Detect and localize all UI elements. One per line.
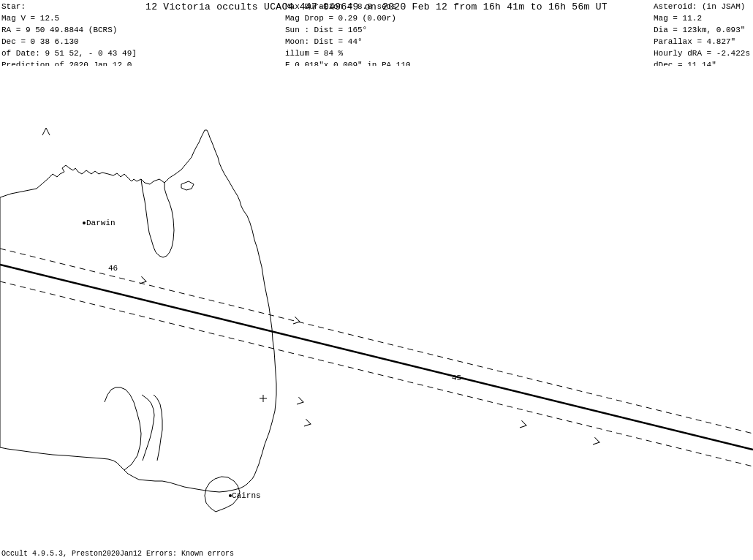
- star-label: Star:: [1, 1, 137, 13]
- right-panel: Asteroid: (in JSAM) Mag = 11.2 Dia = 123…: [654, 1, 750, 72]
- footer: Occult 4.9.5.3, Preston2020Jan12 Errors:…: [1, 550, 234, 558]
- max-duration: Max Duration = 8.8 secs: [285, 1, 411, 13]
- hourly-dra: Hourly dRA = -2.422s: [654, 48, 750, 60]
- map-container: [0, 66, 753, 548]
- mag-v: Mag V = 12.5: [1, 13, 137, 25]
- asteroid-mag: Mag = 11.2: [654, 13, 750, 25]
- info-panel: Star: Mag V = 12.5 RA = 9 50 49.8844 (BC…: [1, 1, 137, 72]
- mag-drop: Mag Drop = 0.29 (0.00r): [285, 13, 411, 25]
- of-date: of Date: 9 51 52, - 0 43 49]: [1, 48, 137, 60]
- asteroid-dia: Dia = 123km, 0.093": [654, 25, 750, 37]
- center-panel: Max Duration = 8.8 secs Mag Drop = 0.29 …: [285, 1, 411, 72]
- ra: RA = 9 50 49.8844 (BCRS): [1, 25, 137, 37]
- parallax: Parallax = 4.827": [654, 37, 750, 48]
- illum: illum = 84 %: [285, 48, 411, 60]
- asteroid-label: Asteroid: (in JSAM): [654, 1, 750, 13]
- sun-dist: Sun : Dist = 165°: [285, 25, 411, 37]
- dec: Dec = 0 38 6.130: [1, 37, 137, 48]
- moon: Moon: Dist = 44°: [285, 37, 411, 48]
- occultation-map: [0, 66, 753, 548]
